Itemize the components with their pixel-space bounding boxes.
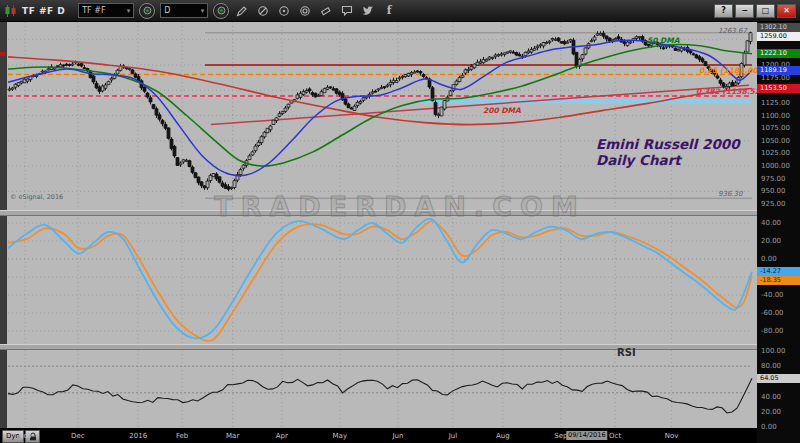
window-title: TF #F D [22, 6, 65, 16]
chevron-down-icon[interactable]: ▾ [201, 7, 205, 15]
axis-tick-label: 950.00 [761, 187, 786, 195]
dma200-label: 200 DMA [483, 106, 521, 115]
twitter-icon[interactable] [360, 3, 376, 19]
rsi-panel-label: RSI [617, 347, 636, 358]
symbol-value: TF #F [82, 6, 105, 15]
pencil-icon[interactable] [234, 3, 250, 19]
crosshair-date-box: 09/14/2016 [566, 431, 607, 440]
alert-marker [0, 52, 5, 56]
axis-tick-label: 1100.00 [761, 112, 790, 120]
fib-high-label: 1263.67 [718, 27, 747, 35]
axis-tick-label: -40.00 [761, 291, 784, 299]
panel-divider[interactable] [0, 344, 757, 350]
maximize-button[interactable]: □ [756, 4, 775, 18]
axis-tick-label: 40.00 [761, 219, 781, 227]
time-axis-label: Dec [71, 432, 85, 440]
time-axis-label: Oct [609, 432, 621, 440]
osc-orange-value-box: -18.35 [757, 276, 800, 285]
window-controls: ? − □ ✕ [714, 4, 796, 18]
close-button[interactable]: ✕ [777, 4, 796, 18]
last-price-box: 1259.00 [757, 32, 800, 41]
symbol-input[interactable]: TF #F▾ [78, 3, 134, 18]
axis-tick-label: 925.00 [761, 200, 786, 208]
time-axis-label: Aug [496, 432, 510, 440]
axis-tick-label: 40.00 [761, 393, 781, 401]
axis-tick-label: -60.00 [761, 309, 784, 317]
rsi-value-box: 64.05 [757, 374, 800, 383]
price-axis[interactable]: 1275.001200.001175.001125.001100.001075.… [757, 22, 800, 443]
osc-blue-line [8, 219, 752, 338]
support-band [420, 99, 752, 104]
axis-tick-label: 80.00 [761, 362, 781, 370]
osc-blue-value-box: -14.27 [757, 267, 800, 276]
osc-orange-line [8, 221, 752, 341]
chart-title-annotation: Emini Russell 2000 Daily Chart [596, 136, 740, 168]
app-logo-icon [4, 4, 17, 18]
help-button[interactable]: ? [714, 4, 733, 18]
ma20-value-box: 1189.19 [757, 66, 800, 75]
rsi-line [8, 378, 752, 413]
axis-tick-label: 0.00 [761, 255, 777, 263]
watermark: TRADERDAN.COM [214, 191, 586, 222]
time-axis-label: May [333, 432, 347, 440]
axis-tick-label: 1125.00 [761, 99, 790, 107]
fib-25-label: 0.25 (1181.00) [699, 66, 761, 75]
interval-apply-button[interactable] [213, 3, 229, 19]
minimize-button[interactable]: − [735, 4, 754, 18]
time-axis-label: Apr [276, 432, 288, 440]
fib-382-label: 0.382 (1138.52) [696, 87, 763, 96]
axis-tick-label: 1000.00 [761, 162, 790, 170]
copyright-label: © eSignal, 2016 [10, 193, 63, 201]
axis-tick-label: 975.00 [761, 175, 786, 183]
chart-title-line2: Daily Chart [596, 152, 740, 168]
comment-icon[interactable] [339, 3, 355, 19]
dma50-label: 50 DMA [647, 36, 680, 45]
bullseye-icon[interactable] [297, 3, 313, 19]
axis-tick-label: -80.00 [761, 327, 784, 335]
eraser-icon[interactable] [318, 3, 334, 19]
quote-icon[interactable] [255, 3, 271, 19]
time-axis-label: Nov [18, 432, 32, 440]
axis-tick-label: 1050.00 [761, 137, 790, 145]
chart-title-line1: Emini Russell 2000 [596, 136, 740, 152]
fib-low-label: 936.30 [718, 190, 743, 198]
time-axis-label: Nov [665, 432, 679, 440]
trendline [211, 85, 749, 124]
axis-tick-label: 1025.00 [761, 149, 790, 157]
ma200-value-box: 1153.50 [757, 84, 800, 93]
time-axis-label: 2016 [129, 432, 147, 440]
time-axis-label: Jul [449, 432, 457, 440]
axis-tick-label: 20.00 [761, 408, 781, 416]
chevron-down-icon[interactable]: ▾ [127, 7, 131, 15]
facebook-icon[interactable]: f [381, 3, 397, 19]
time-axis[interactable]: Dyn NovDec2016FebMarAprMayJunJulAugSepOc… [0, 428, 757, 443]
axis-tick-label: 1075.00 [761, 124, 790, 132]
toolbar: TF #F D TF #F▾ D▾ [0, 0, 800, 22]
axis-tick-label: 20.00 [761, 237, 781, 245]
axis-tick-label: 100.00 [761, 347, 786, 355]
interval-value: D [164, 6, 170, 15]
time-axis-label: Jun [392, 432, 403, 440]
ma50-value-box: 1222.10 [757, 49, 800, 58]
time-axis-label: Feb [176, 432, 188, 440]
time-axis-label: Mar [226, 432, 239, 440]
chart-window: TF #F D TF #F▾ D▾ [0, 0, 800, 443]
axis-tick-label: 0.00 [761, 423, 777, 431]
interval-input[interactable]: D▾ [160, 3, 208, 18]
left-margin-strip [0, 22, 7, 428]
target-icon[interactable] [276, 3, 292, 19]
symbol-apply-button[interactable] [139, 3, 155, 19]
high-value-box: 1302.10 [757, 23, 800, 32]
